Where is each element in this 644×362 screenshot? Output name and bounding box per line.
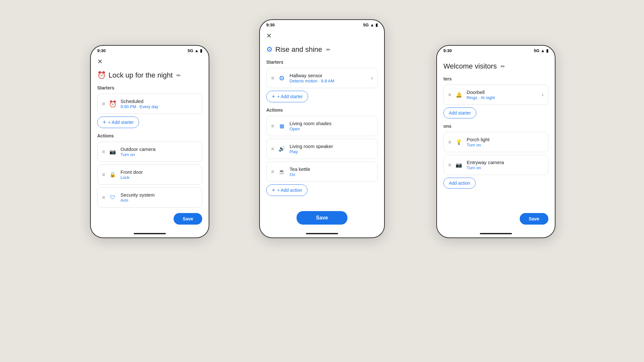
home-bar-right (437, 230, 555, 237)
time-center: 9:30 (266, 23, 275, 27)
drag-icon-door: ≡ (102, 172, 105, 178)
starter-hallway-sensor[interactable]: ≡ ⚙ Hallway sensor Detects motion · 6-8 … (266, 68, 378, 88)
kettle-title: Tea kettle (289, 166, 373, 172)
status-icons-left: 5G ▲ ▮ (188, 48, 202, 53)
drag-icon-hallway: ≡ (271, 75, 274, 81)
plus-icon-add-starter-left: + (103, 119, 106, 125)
routine-title-left: ⏰ Lock up for the night ✏ (97, 71, 202, 79)
save-button-right[interactable]: Save (520, 213, 548, 225)
hallway-title: Hallway sensor (289, 73, 368, 78)
add-starter-button-left[interactable]: + + Add starter (97, 116, 139, 128)
starter-scheduled[interactable]: ≡ ⏰ Scheduled 9:00 PM · Every day (97, 94, 202, 114)
starter-scheduled-subtitle: 9:00 PM · Every day (120, 104, 197, 109)
edit-icon-center[interactable]: ✏ (326, 47, 330, 53)
gear-icon-hallway: ⚙ (277, 74, 286, 82)
camera-icon-entryway: 📷 (454, 162, 463, 168)
routine-name-left: Lock up for the night (109, 71, 173, 79)
security-text: Security system Arm (120, 192, 197, 203)
add-action-button-center[interactable]: + + Add action (266, 184, 308, 196)
battery-icon-left: ▮ (200, 48, 202, 53)
save-button-left[interactable]: Save (174, 213, 202, 225)
add-starter-button-right[interactable]: Add starter (443, 107, 476, 118)
drag-icon-kettle: ≡ (271, 169, 274, 175)
porch-subtitle: Turn on (467, 143, 544, 147)
status-bar-right: 9:30 5G ▲ ▮ (437, 46, 555, 54)
action-entryway-camera[interactable]: ≡ 📷 Entryway camera Turn on (443, 155, 548, 175)
status-icons-right: 5G ▲ ▮ (534, 48, 548, 53)
action-living-room-shades[interactable]: ≡ ▦ Living room shades Open (266, 116, 378, 136)
home-bar-line-left (134, 233, 166, 234)
time-right: 9:30 (443, 48, 452, 53)
phone-content-right: Welcome visitors ✏ ters ≡ 🔔 Doorbell Rin… (437, 54, 555, 210)
drag-icon-porch: ≡ (448, 139, 451, 145)
chevron-icon-doorbell: › (542, 91, 544, 98)
close-button-center[interactable]: ✕ (266, 32, 272, 39)
entryway-subtitle: Turn on (467, 165, 544, 170)
battery-icon-right: ▮ (546, 48, 548, 53)
routine-name-center: Rise and shine (275, 45, 322, 54)
entryway-text: Entryway camera Turn on (467, 160, 544, 170)
save-area-center: Save (260, 208, 384, 230)
header-left: ✕ (97, 58, 202, 65)
kettle-icon: ☕ (277, 169, 286, 175)
drag-icon-scheduled: ≡ (102, 101, 105, 107)
actions-label-right: ons (443, 124, 548, 129)
camera-icon: 📷 (108, 149, 117, 155)
action-outdoor-camera[interactable]: ≡ 📷 Outdoor camera Turn on (97, 142, 202, 162)
status-icons-center: 5G ▲ ▮ (363, 23, 378, 27)
starter-scheduled-title: Scheduled (120, 98, 197, 104)
phone-content-center: ✕ ⚙ Rise and shine ✏ Starters ≡ ⚙ Hallwa… (260, 29, 384, 208)
phone-content-left: ✕ ⏰ Lock up for the night ✏ Starters ≡ ⏰… (91, 54, 209, 210)
add-action-label-center: + Add action (277, 188, 302, 193)
add-starter-button-center[interactable]: + + Add starter (266, 91, 308, 102)
door-title: Front door (120, 169, 197, 175)
starter-doorbell[interactable]: ≡ 🔔 Doorbell Rings · At night › (443, 85, 548, 105)
action-porch-light[interactable]: ≡ 💡 Porch light Turn on (443, 132, 548, 152)
actions-label-left: Actions (97, 133, 202, 138)
plus-icon-add-action-center: + (272, 187, 275, 193)
add-starter-label-right: Add starter (449, 110, 471, 116)
shades-icon: ▦ (277, 123, 286, 129)
network-center: 5G (363, 23, 369, 27)
action-tea-kettle[interactable]: ≡ ☕ Tea kettle On (266, 162, 378, 182)
add-starter-label-center: + Add starter (277, 94, 303, 99)
speaker-text: Living room speaker Play (289, 144, 373, 154)
action-front-door[interactable]: ≡ 🔒 Front door Lock (97, 164, 202, 185)
add-action-button-right[interactable]: Add action (443, 178, 476, 189)
home-bar-left (91, 230, 209, 237)
kettle-text: Tea kettle On (289, 166, 373, 177)
phone-left: 9:30 5G ▲ ▮ ✕ ⏰ Lock up for the night ✏ … (90, 45, 209, 238)
save-area-left: Save (91, 210, 209, 230)
edit-icon-right[interactable]: ✏ (501, 63, 505, 70)
home-bar-center (260, 230, 384, 237)
action-security-system[interactable]: ≡ 🛡 Security system Arm (97, 187, 202, 208)
hallway-subtitle: Detects motion · 6-8 AM (289, 79, 368, 83)
save-button-center[interactable]: Save (297, 211, 347, 225)
save-area-right: Save (437, 210, 555, 230)
drag-icon-shades: ≡ (271, 123, 274, 129)
porch-title: Porch light (467, 137, 544, 142)
drag-icon-doorbell: ≡ (448, 92, 451, 98)
add-action-label-right: Add action (449, 181, 470, 186)
drag-icon-camera: ≡ (102, 149, 105, 155)
porch-text: Porch light Turn on (467, 137, 544, 147)
status-bar-center: 9:30 5G ▲ ▮ (260, 20, 384, 29)
security-title: Security system (120, 192, 197, 198)
clock-icon-scheduled: ⏰ (108, 100, 117, 108)
action-living-room-speaker[interactable]: ≡ 🔊 Living room speaker Play (266, 139, 378, 159)
edit-icon-left[interactable]: ✏ (176, 72, 181, 79)
plus-icon-add-starter-center: + (272, 94, 275, 99)
shield-icon-security: 🛡 (108, 195, 117, 200)
network-left: 5G (188, 48, 193, 53)
doorbell-subtitle: Rings · At night (467, 95, 538, 100)
speaker-subtitle: Play (289, 149, 373, 154)
status-bar-left: 9:30 5G ▲ ▮ (91, 46, 209, 54)
speaker-icon: 🔊 (277, 146, 286, 152)
starters-label-center: Starters (266, 60, 378, 65)
shades-subtitle: Open (289, 126, 373, 131)
routine-title-center: ⚙ Rise and shine ✏ (266, 45, 378, 54)
actions-label-center: Actions (266, 107, 378, 113)
phone-right: 9:30 5G ▲ ▮ Welcome visitors ✏ ters ≡ 🔔 … (436, 45, 555, 238)
close-button-left[interactable]: ✕ (97, 58, 103, 65)
routine-icon-center: ⚙ (266, 45, 273, 54)
